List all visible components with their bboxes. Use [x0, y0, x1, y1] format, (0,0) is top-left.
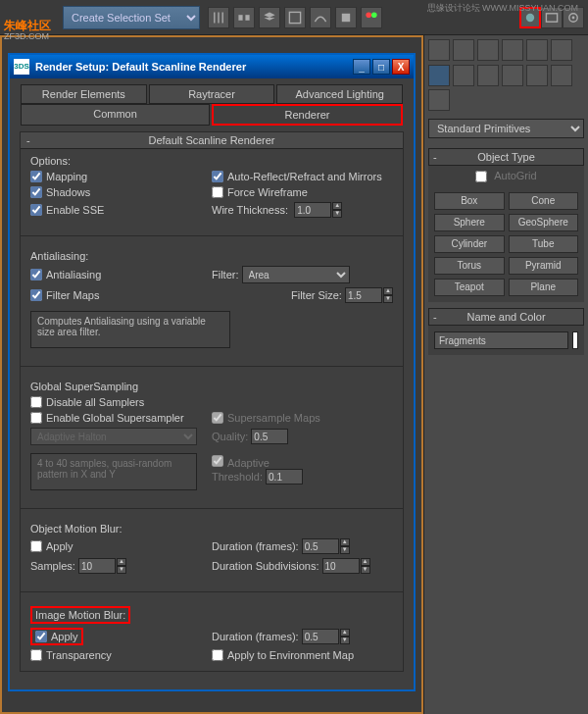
create-tab-icon[interactable]: [428, 39, 450, 61]
threshold-label: Threshold:: [212, 471, 263, 483]
enable-global-label: Enable Global Supersampler: [46, 412, 184, 424]
primitive-torus-button[interactable]: Torus: [434, 257, 505, 275]
sampler-description: 4 to 40 samples, quasi-random pattern in…: [30, 453, 197, 490]
imb-applyenv-label: Apply to Environment Map: [227, 649, 354, 661]
name-color-header[interactable]: Name and Color: [428, 308, 584, 326]
imb-transparency-checkbox[interactable]: [30, 649, 42, 661]
curve-editor-icon[interactable]: [310, 7, 331, 28]
filter-dropdown[interactable]: Area: [242, 266, 350, 283]
disable-samplers-checkbox[interactable]: [30, 396, 42, 408]
wirethick-spinner[interactable]: [294, 202, 331, 218]
spin-down[interactable]: ▼: [332, 210, 342, 218]
threshold-spinner: [266, 469, 303, 484]
app-icon: 3DS: [14, 59, 29, 75]
omb-apply-label: Apply: [46, 540, 74, 552]
modify-tab-icon[interactable]: [453, 39, 474, 61]
gss-header: Global SuperSampling: [30, 381, 393, 392]
forcewire-label: Force Wireframe: [227, 186, 308, 198]
omb-subdiv-spinner[interactable]: [322, 558, 360, 574]
scanline-header[interactable]: Default Scanline Renderer: [21, 132, 403, 149]
align-icon[interactable]: [233, 7, 255, 28]
primitive-sphere-button[interactable]: Sphere: [434, 214, 505, 231]
primitive-plane-button[interactable]: Plane: [509, 279, 579, 296]
disable-samplers-label: Disable all Samplers: [46, 396, 144, 408]
svg-point-5: [371, 12, 377, 18]
imb-apply-checkbox[interactable]: [35, 631, 47, 642]
primitive-geosphere-button[interactable]: GeoSphere: [509, 214, 579, 231]
motion-tab-icon[interactable]: [502, 39, 523, 61]
object-name-input[interactable]: [434, 332, 568, 349]
hierarchy-tab-icon[interactable]: [477, 39, 499, 61]
primitive-tube-button[interactable]: Tube: [509, 235, 579, 253]
quality-label: Quality:: [212, 431, 248, 442]
lights-icon[interactable]: [477, 65, 499, 86]
spin-up[interactable]: ▲: [332, 202, 342, 210]
object-type-rollout: Object Type AutoGrid BoxConeSphereGeoSph…: [428, 148, 584, 302]
display-tab-icon[interactable]: [526, 39, 548, 61]
layer-mgr-icon[interactable]: [284, 7, 306, 28]
omb-apply-checkbox[interactable]: [30, 540, 42, 552]
spacewarps-icon[interactable]: [551, 65, 572, 86]
category-dropdown[interactable]: Standard Primitives: [428, 119, 584, 138]
filtersize-spinner[interactable]: [345, 287, 382, 303]
tab-renderer[interactable]: Renderer: [212, 104, 403, 126]
mapping-checkbox[interactable]: [30, 171, 42, 182]
imb-applyenv-checkbox[interactable]: [212, 649, 223, 661]
object-type-header[interactable]: Object Type: [428, 148, 584, 166]
enablesse-checkbox[interactable]: [30, 204, 42, 216]
selection-set-dropdown[interactable]: Create Selection Set: [63, 6, 200, 29]
imb-transparency-label: Transparency: [46, 649, 112, 661]
imb-duration-spinner[interactable]: [302, 629, 339, 644]
svg-rect-0: [238, 15, 242, 21]
svg-rect-1: [245, 15, 249, 21]
schematic-icon[interactable]: [335, 7, 357, 28]
maximize-button[interactable]: □: [372, 59, 390, 75]
adaptive-checkbox: [212, 455, 223, 467]
command-panel: Standard Primitives Object Type AutoGrid…: [423, 35, 588, 714]
shadows-checkbox[interactable]: [30, 186, 42, 198]
watermark-url: ZF3D.COM: [4, 31, 49, 41]
tab-render-elements[interactable]: Render Elements: [21, 84, 147, 104]
geometry-icon[interactable]: [428, 65, 450, 86]
scanline-rollout: Default Scanline Renderer Options: Mappi…: [20, 131, 404, 672]
primitive-teapot-button[interactable]: Teapot: [434, 279, 505, 296]
autoreflect-checkbox[interactable]: [212, 171, 223, 182]
cameras-icon[interactable]: [502, 65, 523, 86]
mirror-icon[interactable]: [208, 7, 229, 28]
antialiasing-checkbox[interactable]: [30, 269, 42, 280]
filtermaps-checkbox[interactable]: [30, 289, 42, 301]
close-button[interactable]: X: [392, 59, 410, 75]
helpers-icon[interactable]: [526, 65, 548, 86]
utilities-tab-icon[interactable]: [551, 39, 572, 61]
omb-subdiv-label: Duration Subdivisions:: [212, 560, 318, 572]
autogrid-checkbox[interactable]: [475, 171, 487, 182]
svg-point-4: [366, 12, 371, 18]
quality-spinner: [251, 429, 288, 444]
primitive-cone-button[interactable]: Cone: [509, 192, 579, 210]
layers-icon[interactable]: [259, 7, 280, 28]
watermark-forum: 思缘设计论坛 WWW.MISSYUAN.COM: [427, 2, 579, 15]
dialog-titlebar[interactable]: 3DS Render Setup: Default Scanline Rende…: [10, 55, 414, 78]
material-editor-icon[interactable]: [361, 7, 382, 28]
color-swatch[interactable]: [572, 332, 578, 349]
enable-global-checkbox[interactable]: [30, 412, 42, 424]
render-setup-dialog: 3DS Render Setup: Default Scanline Rende…: [8, 53, 416, 691]
systems-icon[interactable]: [428, 89, 450, 111]
tab-raytracer[interactable]: Raytracer: [149, 84, 275, 104]
tab-advanced-lighting[interactable]: Advanced Lighting: [276, 84, 403, 104]
forcewire-checkbox[interactable]: [212, 186, 223, 198]
minimize-button[interactable]: _: [353, 59, 370, 75]
omb-duration-spinner[interactable]: [302, 538, 339, 554]
svg-rect-3: [342, 13, 350, 21]
tab-common[interactable]: Common: [21, 104, 210, 126]
primitive-pyramid-button[interactable]: Pyramid: [509, 257, 579, 275]
filtermaps-label: Filter Maps: [46, 289, 99, 301]
imb-duration-label: Duration (frames):: [212, 631, 299, 642]
primitive-cylinder-button[interactable]: Cylinder: [434, 235, 505, 253]
imb-apply-label: Apply: [51, 631, 78, 642]
omb-samples-spinner[interactable]: [78, 558, 116, 574]
supersample-maps-checkbox: [212, 412, 223, 424]
primitive-box-button[interactable]: Box: [434, 192, 505, 210]
sampler-method-dropdown: Adaptive Halton: [30, 428, 197, 445]
shapes-icon[interactable]: [453, 65, 474, 86]
